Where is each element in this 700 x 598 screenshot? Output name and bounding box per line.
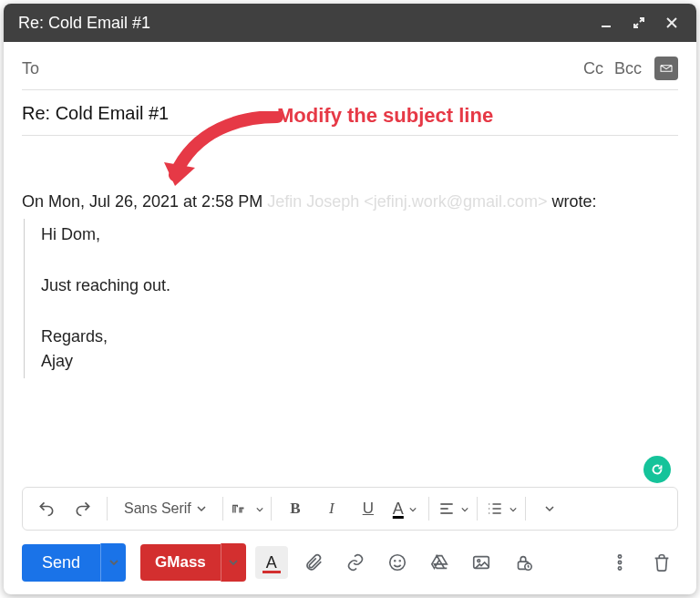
gmass-button[interactable]: GMass	[140, 544, 221, 581]
gmass-options-button[interactable]	[221, 543, 246, 582]
chevron-down-icon	[461, 500, 468, 518]
quote-line: Just reaching out.	[41, 273, 678, 299]
redo-button[interactable]	[67, 492, 99, 525]
titlebar: Re: Cold Email #1	[4, 4, 696, 42]
grammarly-icon[interactable]	[643, 456, 671, 483]
expand-button[interactable]	[629, 13, 649, 33]
undo-button[interactable]	[30, 492, 63, 525]
chevron-down-icon	[197, 500, 206, 517]
bold-button[interactable]: B	[279, 492, 312, 525]
quote-line: Regards,	[41, 325, 678, 350]
minimize-button[interactable]	[596, 13, 616, 33]
insert-drive-button[interactable]	[423, 546, 456, 579]
quote-line	[41, 299, 678, 325]
chevron-down-icon	[510, 500, 517, 518]
font-family-select[interactable]: Sans Serif	[115, 492, 215, 525]
svg-point-13	[395, 561, 396, 562]
font-size-button[interactable]	[231, 492, 263, 525]
quote-block: Hi Dom, Just reaching out. Regards,Ajay	[24, 219, 678, 378]
to-label[interactable]: To	[22, 59, 39, 78]
insert-photo-button[interactable]	[465, 546, 498, 579]
recipients-row: To Cc Bcc	[22, 42, 678, 90]
window-title: Re: Cold Email #1	[18, 14, 583, 33]
svg-point-19	[618, 555, 621, 558]
confidential-mode-button[interactable]	[507, 546, 540, 579]
chevron-down-icon	[256, 500, 263, 518]
insert-link-button[interactable]	[339, 546, 372, 579]
cc-toggle[interactable]: Cc	[583, 59, 603, 78]
font-family-label: Sans Serif	[124, 500, 191, 517]
send-button[interactable]: Send	[22, 544, 100, 582]
text-color-button[interactable]: A	[388, 492, 421, 525]
quote-line: Ajay	[41, 349, 678, 375]
more-format-button[interactable]	[533, 492, 566, 525]
insert-emoji-button[interactable]	[381, 546, 414, 579]
attach-file-button[interactable]	[297, 546, 330, 579]
compose-content: To Cc Bcc Modify the subject line On Mon…	[4, 42, 696, 594]
more-options-button[interactable]	[603, 546, 636, 579]
email-body[interactable]: On Mon, Jul 26, 2021 at 2:58 PM Jefin Jo…	[22, 136, 678, 378]
close-button[interactable]	[662, 13, 682, 33]
svg-point-21	[618, 567, 621, 570]
svg-point-12	[390, 555, 406, 571]
discard-draft-button[interactable]	[645, 546, 678, 579]
list-button[interactable]	[485, 492, 518, 525]
svg-point-20	[618, 561, 621, 563]
quote-intro-suffix: wrote:	[548, 192, 597, 211]
format-toolbar: Sans Serif B I U A	[22, 487, 678, 531]
italic-button[interactable]: I	[315, 492, 348, 525]
quote-line	[41, 248, 678, 273]
svg-point-14	[399, 561, 400, 562]
quote-line: Hi Dom,	[41, 222, 678, 248]
gmass-extension-icon[interactable]	[654, 57, 678, 80]
quote-header: On Mon, Jul 26, 2021 at 2:58 PM Jefin Jo…	[22, 192, 678, 211]
svg-point-16	[478, 560, 480, 562]
chevron-down-icon	[409, 500, 417, 518]
formatting-toggle[interactable]: A	[255, 546, 288, 579]
align-button[interactable]	[437, 492, 469, 525]
quote-intro-prefix: On Mon, Jul 26, 2021 at 2:58 PM	[22, 192, 267, 211]
underline-button[interactable]: U	[352, 492, 385, 525]
subject-input[interactable]	[22, 103, 678, 124]
compose-window: Re: Cold Email #1 To Cc Bcc	[4, 4, 696, 594]
send-options-button[interactable]	[100, 543, 126, 582]
bcc-toggle[interactable]: Bcc	[614, 59, 642, 78]
subject-row	[22, 90, 678, 136]
action-bar: Send GMass A	[22, 541, 678, 583]
quote-sender: Jefin Joseph <jefinj.work@gmail.com>	[267, 192, 547, 211]
